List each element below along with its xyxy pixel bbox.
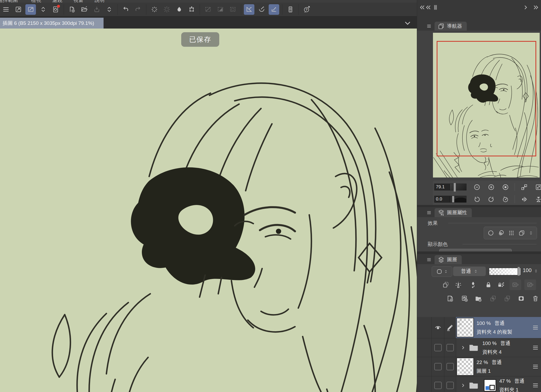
command-bar-button[interactable] xyxy=(285,4,296,15)
transform-button[interactable] xyxy=(186,4,197,15)
create-layer-mask-button[interactable] xyxy=(515,293,527,304)
rotate-left-button[interactable] xyxy=(473,195,481,203)
layer-row-handle-icon[interactable] xyxy=(532,344,539,351)
menu-item-view[interactable]: 檢視 xyxy=(31,0,41,3)
pen-window-button[interactable] xyxy=(25,4,36,15)
reset-rotation-button[interactable] xyxy=(501,195,509,203)
save-options-button[interactable] xyxy=(104,4,114,15)
navigator-preview[interactable] xyxy=(433,33,540,178)
layer-row-main[interactable]: 22 % 普通 圖層 1 xyxy=(456,357,541,376)
undo-button[interactable] xyxy=(120,4,131,15)
open-file-button[interactable] xyxy=(79,4,90,15)
zoom-reset-button[interactable] xyxy=(501,183,509,191)
snap-to-ruler-button[interactable] xyxy=(244,4,254,15)
tab-layer-property[interactable]: 圖層屬性 xyxy=(435,208,472,217)
folder-expander-icon[interactable] xyxy=(460,345,466,351)
deselect-sparkle-button[interactable] xyxy=(149,4,160,15)
layer-row[interactable]: 47 % 普通 資料夾 1 xyxy=(417,376,541,392)
main-menu-button[interactable] xyxy=(1,4,11,15)
effects-expand-button[interactable] xyxy=(529,231,533,235)
tab-layers[interactable]: 圖層 xyxy=(435,255,462,264)
blend-mode-select[interactable]: 普通 xyxy=(453,267,486,276)
transfer-to-lower-layer-button[interactable] xyxy=(487,293,499,304)
menu-item-filter[interactable]: 濾鏡 xyxy=(52,0,62,3)
tone-effect-button[interactable] xyxy=(498,230,505,236)
redo-button[interactable] xyxy=(133,4,143,15)
border-effect-button[interactable] xyxy=(487,230,494,236)
enable-mask-button[interactable] xyxy=(510,279,521,290)
reselect-button[interactable] xyxy=(161,4,172,15)
collapse-panel-icon[interactable] xyxy=(425,4,432,11)
menu-item-window[interactable]: 視窗 xyxy=(73,0,83,3)
layer-row-main[interactable]: 100 % 普通 資料夾 4 xyxy=(456,338,541,357)
menu-item-help[interactable]: 說明 xyxy=(95,0,105,3)
layer-visibility-toggle[interactable] xyxy=(431,338,444,357)
selection-border-button[interactable] xyxy=(227,4,238,15)
layer-edit-toggle[interactable] xyxy=(444,338,456,357)
lock-transparent-pixels-button[interactable] xyxy=(495,279,507,290)
expand-dock-icon[interactable] xyxy=(532,4,539,11)
snap-to-grid-button[interactable] xyxy=(269,4,279,15)
window-maximize-button[interactable] xyxy=(13,4,24,15)
show-mask-area-button[interactable] xyxy=(524,279,536,290)
reference-layer-button[interactable] xyxy=(453,279,464,290)
rotate-right-button[interactable] xyxy=(487,195,495,203)
layer-property-menu-icon[interactable] xyxy=(426,210,432,215)
zoom-in-button[interactable] xyxy=(487,183,495,191)
rotation-slider[interactable] xyxy=(450,196,467,203)
delete-layer-button[interactable] xyxy=(530,293,541,304)
layer-row-handle-icon[interactable] xyxy=(532,324,539,331)
opacity-stepper-icon[interactable] xyxy=(534,268,538,274)
flip-horizontal-button[interactable] xyxy=(520,195,528,203)
zoom-value-box[interactable]: 79.1 xyxy=(434,184,450,190)
layers-panel-menu-icon[interactable] xyxy=(426,257,432,262)
zoom-slider[interactable] xyxy=(450,184,467,190)
layer-row-handle-icon[interactable] xyxy=(532,363,539,370)
expand-panel-icon[interactable] xyxy=(522,4,529,11)
fill-button[interactable] xyxy=(174,4,184,15)
layer-edit-toggle[interactable] xyxy=(444,357,456,376)
opacity-value[interactable]: 100 xyxy=(523,267,531,273)
layer-row-handle-icon[interactable] xyxy=(532,382,539,389)
layer-edit-toggle[interactable] xyxy=(444,317,456,338)
draft-layer-button[interactable] xyxy=(467,279,479,290)
layer-thumbnail-settings[interactable] xyxy=(432,266,452,277)
invert-selection-button[interactable] xyxy=(215,4,226,15)
layer-visibility-toggle[interactable] xyxy=(431,317,444,338)
navigator-view-rectangle[interactable] xyxy=(437,41,536,156)
tab-navigator[interactable]: 導航器 xyxy=(435,22,467,31)
layer-thumbnail[interactable] xyxy=(457,358,473,375)
save-file-button[interactable] xyxy=(91,4,102,15)
layer-row-main[interactable]: 47 % 普通 資料夾 1 xyxy=(456,376,541,392)
merge-with-lower-layer-button[interactable] xyxy=(502,293,513,304)
new-raster-layer-button[interactable] xyxy=(444,293,456,304)
flip-vertical-button[interactable] xyxy=(534,195,541,203)
fit-to-window-button[interactable] xyxy=(534,183,541,191)
layer-row[interactable]: 22 % 普通 圖層 1 xyxy=(417,357,541,376)
layer-color-effect-button[interactable] xyxy=(518,230,525,236)
layer-row[interactable]: 100 % 普通 資料夾 4 的複製 xyxy=(417,317,541,338)
new-document-button[interactable] xyxy=(67,4,77,15)
snap-to-special-ruler-button[interactable] xyxy=(256,4,267,15)
help-support-button[interactable] xyxy=(301,4,312,15)
layer-row[interactable]: 100 % 普通 資料夾 4 xyxy=(417,338,541,357)
workspace-switch-button[interactable] xyxy=(38,4,48,15)
document-tab[interactable]: 插圖 6 (B5 2150 x 3035px 300dpi 79.1%) xyxy=(0,18,104,29)
menu-item-select-range[interactable]: 選擇範圍 xyxy=(0,0,18,3)
tab-list-chevron-icon[interactable] xyxy=(404,19,412,27)
rotation-value-box[interactable]: 0.0 xyxy=(434,196,450,203)
layer-visibility-toggle[interactable] xyxy=(431,357,444,376)
layer-thumbnail[interactable] xyxy=(457,318,473,337)
folder-expander-icon[interactable] xyxy=(460,382,466,388)
layer-color-chip[interactable] xyxy=(484,379,496,391)
fit-to-screen-button[interactable] xyxy=(520,183,528,191)
new-layer-folder-button[interactable] xyxy=(473,293,484,304)
clip-studio-logo-button[interactable] xyxy=(50,4,61,15)
layer-visibility-toggle[interactable] xyxy=(431,376,444,392)
canvas-viewport[interactable]: 已保存 xyxy=(0,29,417,392)
opacity-slider[interactable] xyxy=(489,268,521,275)
dock-grip-icon[interactable] xyxy=(432,4,439,11)
lock-layer-button[interactable] xyxy=(483,279,494,290)
navigator-panel-menu-icon[interactable] xyxy=(426,24,432,29)
clip-to-layer-below-button[interactable] xyxy=(440,279,452,290)
